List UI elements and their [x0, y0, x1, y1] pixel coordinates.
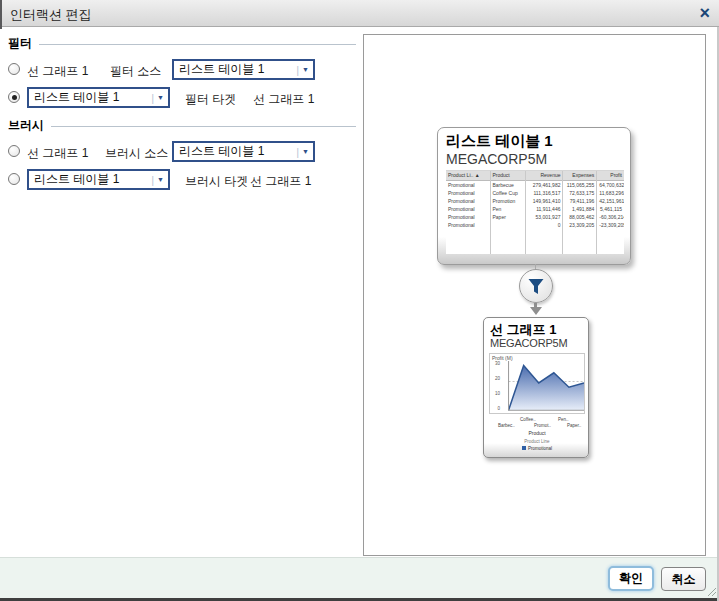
mini-table-header: Expenses: [563, 171, 596, 181]
x-tick-label: Barbec..: [498, 423, 515, 428]
mini-table-column: Profit 64,700,632 11,683,296 42,151,961 …: [597, 171, 624, 254]
x-tick-label: Paper..: [567, 423, 581, 428]
mini-table-column: Revenue 279,461,982 111,316,517 149,961,…: [526, 171, 563, 254]
mini-table-cell: 149,961,410: [526, 197, 562, 205]
dialog-title: 인터랙션 편집: [10, 6, 92, 24]
mini-table-cell: Barbecue: [491, 181, 526, 189]
brush-target-dropdown-value: 리스트 테이블 1: [34, 171, 151, 188]
brush-section-rule: [51, 126, 356, 127]
dropdown-separator: |: [296, 64, 299, 76]
mini-table-column: Product Li.. ▲ Promotional Promotional P…: [446, 171, 491, 254]
mini-table-cell: Coffee Cup: [491, 189, 526, 197]
filter-target-dropdown-value: 리스트 테이블 1: [34, 89, 151, 106]
filter-funnel-icon: [528, 278, 544, 295]
filter-section-title: 필터: [8, 35, 32, 52]
chevron-down-icon: ▼: [157, 176, 164, 183]
brush-target-dropdown[interactable]: 리스트 테이블 1 | ▼: [27, 169, 170, 190]
mini-line-chart: Profit (M) 30 20 10 0: [489, 353, 585, 414]
dropdown-separator: |: [296, 146, 299, 158]
mini-table-cell: -60,306,214: [597, 213, 624, 221]
mini-table-cell: Paper: [491, 213, 526, 221]
brush-source-label: 브러시 소스: [105, 145, 168, 162]
filter-target-radio[interactable]: [8, 91, 20, 103]
filter-target-dropdown[interactable]: 리스트 테이블 1 | ▼: [27, 87, 170, 108]
x-tick-label: Coffee..: [520, 417, 536, 422]
ok-button[interactable]: 확인: [608, 566, 654, 591]
brush-source-chart-label: 선 그래프 1: [27, 145, 88, 162]
mini-table-cell: 1,491,884: [563, 205, 596, 213]
brush-target-chart-label: 선 그래프 1: [250, 173, 311, 190]
brush-target-label: 브러시 타겟: [185, 173, 248, 190]
mini-table-cell: 11,683,296: [597, 189, 624, 197]
line-chart-node-subtitle: MEGACORP5M: [490, 337, 567, 349]
legend-swatch: [522, 446, 526, 450]
brush-source-dropdown[interactable]: 리스트 테이블 1 | ▼: [172, 141, 315, 162]
chevron-down-icon: ▼: [302, 148, 309, 155]
chevron-down-icon: ▼: [157, 94, 164, 101]
mini-table-cell: 64,700,632: [597, 181, 624, 189]
mini-table-cell: 79,411,196: [563, 197, 596, 205]
title-bar: 인터랙션 편집 ×: [0, 0, 719, 27]
x-tick-label: Pen..: [558, 417, 569, 422]
titlebar-left-edge: [0, 0, 2, 29]
dropdown-separator: |: [151, 174, 154, 186]
mini-table-header: Product Li.. ▲: [446, 171, 490, 181]
mini-table-cell: 5,461,115: [597, 205, 624, 213]
cancel-button[interactable]: 취소: [661, 567, 706, 591]
mini-table-column: Expenses 115,065,255 72,633,175 79,411,1…: [563, 171, 597, 254]
mini-chart-legend-title: Product Line: [484, 439, 590, 444]
filter-source-chart-label: 선 그래프 1: [27, 63, 88, 80]
list-table-node[interactable]: 리스트 테이블 1 MEGACORP5M Product Li.. ▲ Prom…: [437, 127, 631, 265]
filter-source-dropdown[interactable]: 리스트 테이블 1 | ▼: [172, 59, 315, 80]
mini-table-column: Product Barbecue Coffee Cup Promotion Pe…: [491, 171, 527, 254]
mini-table-cell: [491, 221, 526, 229]
mini-table-cell: Promotional: [446, 205, 490, 213]
filter-section-rule: [39, 44, 356, 45]
list-table-node-subtitle: MEGACORP5M: [446, 151, 547, 167]
chevron-down-icon: ▼: [302, 66, 309, 73]
filter-source-dropdown-value: 리스트 테이블 1: [179, 61, 296, 78]
mini-table-header: Profit: [597, 171, 624, 181]
mini-table-cell: -23,309,205: [597, 221, 624, 229]
mini-table-cell: 88,005,462: [563, 213, 596, 221]
mini-table-cell: 11,911,446: [526, 205, 562, 213]
mini-table-cell: Pen: [491, 205, 526, 213]
line-chart-node[interactable]: 선 그래프 1 MEGACORP5M Profit (M) 30 20 10 0…: [483, 317, 589, 458]
close-icon[interactable]: ×: [699, 3, 710, 23]
connector-arrow-icon: [530, 307, 542, 315]
brush-source-dropdown-value: 리스트 테이블 1: [179, 143, 296, 160]
filter-source-label: 필터 소스: [110, 63, 161, 80]
mini-line-chart-svg: [502, 361, 584, 412]
filter-source-radio[interactable]: [8, 63, 20, 75]
x-tick-label: Promot..: [534, 423, 551, 428]
list-table-node-title: 리스트 테이블 1: [446, 132, 553, 151]
y-tick: 10: [495, 391, 500, 396]
mini-table-cell: Promotional: [446, 181, 490, 189]
mini-table-cell: 111,316,517: [526, 189, 562, 197]
legend-label: Promotional: [528, 446, 552, 451]
y-tick: 20: [495, 376, 500, 381]
mini-table-cell: 0: [526, 221, 562, 229]
filter-target-label: 필터 타겟: [185, 91, 236, 108]
mini-table-header: Product: [491, 171, 526, 181]
mini-table-cell: Promotion: [491, 197, 526, 205]
brush-target-radio[interactable]: [8, 173, 20, 185]
mini-table-cell: 42,151,961: [597, 197, 624, 205]
brush-section-header: 브러시: [8, 118, 356, 132]
mini-table-cell: Promotional: [446, 213, 490, 221]
mini-table-cell: Promotional: [446, 189, 490, 197]
brush-section-title: 브러시: [8, 117, 44, 134]
mini-table-cell: 23,309,205: [563, 221, 596, 229]
dropdown-separator: |: [151, 92, 154, 104]
filter-connector-badge[interactable]: [519, 269, 553, 303]
y-tick: 30: [495, 361, 500, 366]
mini-table-cell: 53,001,927: [526, 213, 562, 221]
mini-chart-legend-item: Promotional: [484, 446, 590, 451]
y-tick: 0: [497, 406, 500, 411]
brush-source-radio[interactable]: [8, 145, 20, 157]
filter-target-chart-label: 선 그래프 1: [253, 91, 314, 108]
mini-table-cell: 279,461,982: [526, 181, 562, 189]
mini-table: Product Li.. ▲ Promotional Promotional P…: [446, 170, 624, 254]
mini-table-cell: Promotional: [446, 221, 490, 229]
mini-chart-x-title: Product: [484, 430, 590, 436]
